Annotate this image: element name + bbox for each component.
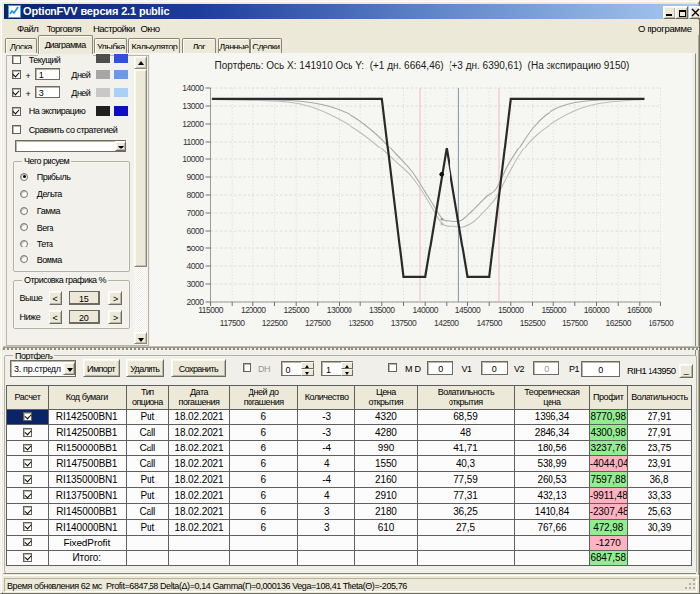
svg-text:12000: 12000: [182, 119, 204, 129]
svg-text:145000: 145000: [455, 305, 481, 315]
svg-text:11000: 11000: [183, 137, 204, 147]
svg-text:6000: 6000: [187, 226, 205, 236]
svg-text:125000: 125000: [284, 305, 310, 315]
svg-text:140000: 140000: [413, 305, 439, 315]
svg-text:9000: 9000: [187, 172, 205, 182]
svg-text:117500: 117500: [220, 318, 246, 328]
svg-text:150000: 150000: [498, 305, 524, 315]
svg-text:4000: 4000: [187, 261, 205, 271]
svg-text:7000: 7000: [187, 208, 205, 218]
svg-text:167500: 167500: [649, 318, 674, 328]
svg-text:152500: 152500: [520, 318, 546, 328]
svg-text:130000: 130000: [327, 305, 352, 315]
svg-text:160000: 160000: [584, 305, 610, 315]
svg-text:5000: 5000: [187, 244, 205, 253]
svg-text:10000: 10000: [182, 154, 204, 164]
svg-text:137500: 137500: [391, 318, 417, 328]
svg-text:3000: 3000: [187, 279, 205, 289]
svg-text:14000: 14000: [182, 83, 204, 93]
svg-text:127500: 127500: [305, 318, 331, 328]
svg-text:Портфель: Ось X: 141910 Ось Y:: Портфель: Ось X: 141910 Ось Y: (+1 дн. 6…: [215, 60, 630, 71]
svg-text:162500: 162500: [606, 318, 632, 328]
svg-text:132500: 132500: [349, 318, 374, 328]
svg-text:13000: 13000: [182, 101, 204, 111]
svg-text:115000: 115000: [198, 305, 224, 315]
svg-text:122500: 122500: [262, 318, 288, 328]
svg-text:147500: 147500: [477, 318, 503, 328]
svg-text:8000: 8000: [187, 190, 205, 200]
svg-text:155000: 155000: [542, 305, 567, 315]
svg-text:120000: 120000: [241, 305, 266, 315]
svg-text:165000: 165000: [627, 305, 652, 315]
svg-text:157500: 157500: [562, 318, 588, 328]
svg-text:142500: 142500: [434, 318, 459, 328]
svg-text:135000: 135000: [369, 305, 395, 315]
